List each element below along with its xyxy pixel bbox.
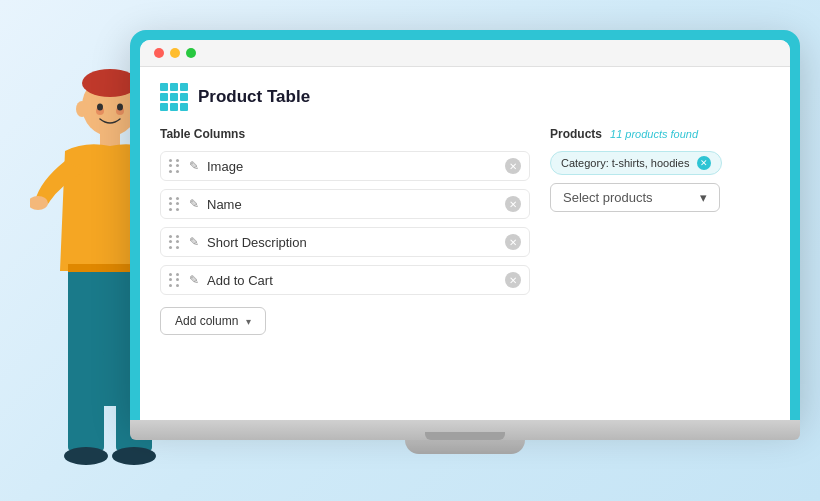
column-row-image: ✎ Image ✕ bbox=[160, 151, 530, 181]
dot-green bbox=[186, 48, 196, 58]
grid-icon bbox=[160, 83, 188, 111]
col-name-name: Name bbox=[207, 197, 497, 212]
products-header: Products 11 products found bbox=[550, 127, 770, 141]
svg-point-7 bbox=[117, 104, 123, 111]
select-dropdown-chevron: ▾ bbox=[700, 190, 707, 205]
col-name-image: Image bbox=[207, 159, 497, 174]
col-name-add-to-cart: Add to Cart bbox=[207, 273, 497, 288]
column-row-add-to-cart: ✎ Add to Cart ✕ bbox=[160, 265, 530, 295]
svg-rect-11 bbox=[68, 351, 104, 451]
svg-point-6 bbox=[97, 104, 103, 111]
edit-icon-image[interactable]: ✎ bbox=[189, 159, 199, 173]
products-label: Products bbox=[550, 127, 602, 141]
left-panel: Table Columns ✎ Image ✕ bbox=[160, 127, 530, 335]
laptop-base bbox=[130, 420, 800, 440]
svg-point-13 bbox=[64, 447, 108, 465]
drag-handle-image[interactable] bbox=[169, 159, 181, 173]
column-row-name: ✎ Name ✕ bbox=[160, 189, 530, 219]
products-count: 11 products found bbox=[610, 128, 698, 140]
remove-icon-image[interactable]: ✕ bbox=[505, 158, 521, 174]
dot-yellow bbox=[170, 48, 180, 58]
window-content: Product Table Table Columns bbox=[140, 67, 790, 351]
select-products-dropdown[interactable]: Select products ▾ bbox=[550, 183, 720, 212]
drag-handle-name[interactable] bbox=[169, 197, 181, 211]
laptop-screen-outer: Product Table Table Columns bbox=[130, 30, 800, 420]
laptop-stand bbox=[405, 440, 525, 454]
column-row-short-description: ✎ Short Description ✕ bbox=[160, 227, 530, 257]
drag-handle-add-to-cart[interactable] bbox=[169, 273, 181, 287]
left-panel-label: Table Columns bbox=[160, 127, 530, 141]
filter-tag-remove[interactable]: ✕ bbox=[697, 156, 711, 170]
col-name-short-description: Short Description bbox=[207, 235, 497, 250]
svg-point-2 bbox=[76, 101, 88, 117]
drag-handle-short-description[interactable] bbox=[169, 235, 181, 249]
chevron-down-icon: ▾ bbox=[246, 316, 251, 327]
remove-icon-add-to-cart[interactable]: ✕ bbox=[505, 272, 521, 288]
filter-tag-category: Category: t-shirts, hoodies ✕ bbox=[550, 151, 722, 175]
window-chrome bbox=[140, 40, 790, 67]
laptop-screen-inner: Product Table Table Columns bbox=[140, 40, 790, 420]
filter-tag-text: Category: t-shirts, hoodies bbox=[561, 157, 689, 169]
right-panel: Products 11 products found Category: t-s… bbox=[550, 127, 770, 335]
edit-icon-add-to-cart[interactable]: ✎ bbox=[189, 273, 199, 287]
remove-icon-short-description[interactable]: ✕ bbox=[505, 234, 521, 250]
product-table-header: Product Table bbox=[160, 83, 770, 111]
add-column-button[interactable]: Add column ▾ bbox=[160, 307, 266, 335]
page-title: Product Table bbox=[198, 87, 310, 107]
edit-icon-short-description[interactable]: ✎ bbox=[189, 235, 199, 249]
dot-red bbox=[154, 48, 164, 58]
select-products-label: Select products bbox=[563, 190, 653, 205]
remove-icon-name[interactable]: ✕ bbox=[505, 196, 521, 212]
add-column-label: Add column bbox=[175, 314, 238, 328]
edit-icon-name[interactable]: ✎ bbox=[189, 197, 199, 211]
laptop: Product Table Table Columns bbox=[130, 30, 800, 481]
main-layout: Table Columns ✎ Image ✕ bbox=[160, 127, 770, 335]
